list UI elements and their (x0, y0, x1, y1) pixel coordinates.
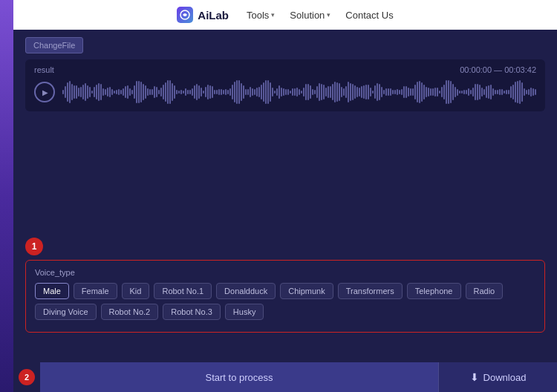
voice-btn-radio[interactable]: Radio (466, 283, 504, 299)
voice-btn-donaldduck[interactable]: Donaldduck (216, 283, 276, 299)
voice-btn-robot3[interactable]: Robot No.3 (163, 304, 221, 320)
waveform (62, 79, 536, 105)
play-icon: ▶ (42, 88, 48, 97)
nav-solution[interactable]: Solution ▾ (290, 10, 330, 21)
main-content: ChangeFile result 00:00:00 — 00:03:42 ▶ … (13, 30, 557, 392)
start-process-button[interactable]: Start to process (40, 362, 438, 392)
audio-time-range: 00:00:00 — 00:03:42 (460, 65, 536, 74)
nav-tools[interactable]: Tools ▾ (247, 10, 275, 21)
play-button[interactable]: ▶ (34, 82, 55, 102)
nav-contact[interactable]: Contact Us (345, 10, 393, 21)
voice-type-panel: Voice_type Male Female Kid Robot No.1 Do… (25, 260, 545, 333)
voice-btn-robot1[interactable]: Robot No.1 (154, 283, 212, 299)
solution-arrow-icon: ▾ (327, 11, 330, 19)
voice-type-label: Voice_type (35, 268, 535, 277)
header-nav: Tools ▾ Solution ▾ Contact Us (247, 10, 394, 21)
voice-btn-chipmunk[interactable]: Chipmunk (280, 283, 333, 299)
voice-buttons-row2: Diving Voice Robot No.2 Robot No.3 Husky (35, 304, 535, 320)
step2-container: 2 (13, 362, 40, 392)
voice-btn-female[interactable]: Female (74, 283, 117, 299)
logo-icon (177, 7, 193, 23)
voice-btn-robot2[interactable]: Robot No.2 (101, 304, 159, 320)
voice-btn-male[interactable]: Male (35, 283, 69, 299)
result-label: result (34, 65, 54, 74)
download-label: Download (483, 372, 527, 383)
voice-btn-diving[interactable]: Diving Voice (35, 304, 97, 320)
action-bar: 2 Start to process ⬇ Download (13, 362, 557, 392)
tools-arrow-icon: ▾ (271, 11, 275, 19)
step1-indicator: 1 (25, 238, 43, 255)
download-button[interactable]: ⬇ Download (438, 362, 557, 392)
step2-indicator: 2 (19, 369, 35, 385)
header: AiLab Tools ▾ Solution ▾ Contact Us (13, 0, 557, 30)
logo-text: AiLab (198, 9, 229, 22)
voice-btn-telephone[interactable]: Telephone (407, 283, 461, 299)
voice-buttons-row1: Male Female Kid Robot No.1 Donaldduck Ch… (35, 283, 535, 299)
change-file-button[interactable]: ChangeFile (25, 37, 83, 53)
voice-btn-kid[interactable]: Kid (122, 283, 150, 299)
audio-player-container: result 00:00:00 — 00:03:42 ▶ (25, 59, 545, 111)
logo[interactable]: AiLab (177, 7, 229, 23)
voice-btn-transformers[interactable]: Transformers (338, 283, 403, 299)
audio-player: ▶ (34, 79, 536, 105)
audio-header: result 00:00:00 — 00:03:42 (34, 65, 536, 74)
left-gradient-bar (0, 0, 13, 392)
middle-area (25, 119, 545, 238)
download-icon: ⬇ (470, 371, 479, 383)
voice-btn-husky[interactable]: Husky (225, 304, 264, 320)
